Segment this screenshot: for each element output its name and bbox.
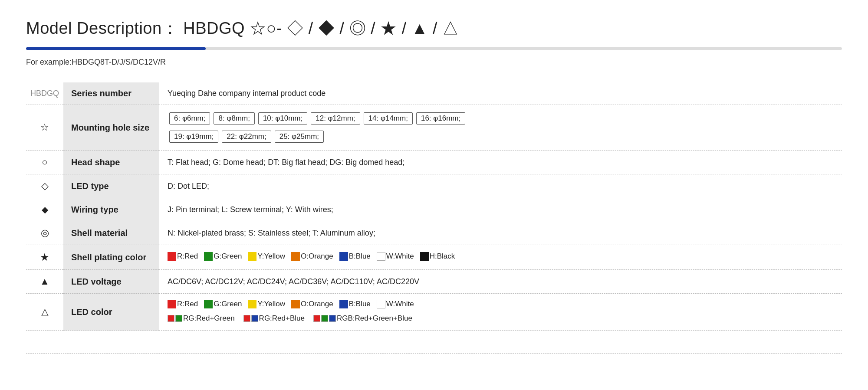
- hole-size: 10: φ10mm;: [258, 112, 307, 125]
- color-option: W:White: [377, 252, 414, 261]
- row-value: Yueqing Dahe company internal product co…: [159, 82, 842, 105]
- row-label: Mounting hole size: [63, 105, 159, 151]
- row-label: Shell material: [63, 221, 159, 245]
- color-swatch: [420, 252, 429, 261]
- row-label: LED color: [63, 294, 159, 331]
- color-swatch: [313, 315, 320, 322]
- circle-double-icon: ◎: [26, 221, 63, 245]
- color-swatch: [248, 252, 256, 261]
- row-label: LED type: [63, 174, 159, 198]
- table-row: ▲ LED voltage AC/DC6V; AC/DC12V; AC/DC24…: [26, 270, 842, 294]
- row-value: J: Pin terminal; L: Screw terminal; Y: W…: [159, 198, 842, 221]
- row-label: Shell plating color: [63, 245, 159, 270]
- color-swatch: [251, 315, 258, 322]
- table-row-colors-plating: ★ Shell plating color R:Red G:Green Y:Ye…: [26, 245, 842, 270]
- triangle-solid-icon: ▲: [26, 270, 63, 294]
- row-label: Series number: [63, 82, 159, 105]
- color-swatch: [204, 252, 213, 261]
- color-swatch: [243, 315, 250, 322]
- color-option: Y:Yellow: [248, 252, 285, 261]
- color-combo-option: RGB:Red+Green+Blue: [313, 314, 412, 323]
- progress-bar-container: [26, 47, 842, 50]
- color-option: G:Green: [204, 252, 242, 261]
- table-row: ◎ Shell material N: Nickel-plated brass;…: [26, 221, 842, 245]
- color-option: O:Orange: [291, 252, 333, 261]
- color-option: H:Black: [420, 252, 455, 261]
- color-option: R:Red: [168, 252, 198, 261]
- table-row: ◇ LED type D: Dot LED;: [26, 174, 842, 198]
- color-option: O:Orange: [291, 300, 333, 308]
- color-option: G:Green: [204, 300, 242, 308]
- hole-size: 14: φ14mm;: [364, 112, 413, 125]
- hole-size: 25: φ25mm;: [275, 131, 324, 143]
- color-swatch: [339, 300, 348, 308]
- color-swatch: [291, 300, 300, 308]
- triangle-outline-icon: △: [26, 294, 63, 331]
- hole-size: 8: φ8mm;: [214, 112, 254, 125]
- color-swatch: [321, 315, 328, 322]
- row-label: LED voltage: [63, 270, 159, 294]
- hole-size: 19: φ19mm;: [169, 131, 218, 143]
- progress-bar-fill: [26, 47, 206, 50]
- star-solid-icon: ★: [26, 245, 63, 270]
- row-value: R:Red G:Green Y:Yellow O:Orange B:Blue W…: [159, 294, 842, 331]
- table-row: ◆ Wiring type J: Pin terminal; L: Screw …: [26, 198, 842, 221]
- color-option: B:Blue: [339, 300, 371, 308]
- table-row: ○ Head shape T: Flat head; G: Dome head;…: [26, 151, 842, 174]
- color-swatch: [339, 252, 348, 261]
- hole-size: 6: φ6mm;: [169, 112, 210, 125]
- color-swatch: [291, 252, 300, 261]
- row-value: 6: φ6mm;8: φ8mm;10: φ10mm;12: φ12mm;14: …: [159, 105, 842, 151]
- table-row-colors-led: △ LED color R:Red G:Green Y:Yellow O:Ora…: [26, 294, 842, 331]
- row-value: AC/DC6V; AC/DC12V; AC/DC24V; AC/DC36V; A…: [159, 270, 842, 294]
- table-row: HBDGQ Series number Yueqing Dahe company…: [26, 82, 842, 105]
- table-row-holes: ☆ Mounting hole size 6: φ6mm;8: φ8mm;10:…: [26, 105, 842, 151]
- color-option: Y:Yellow: [248, 300, 285, 308]
- hole-size: 12: φ12mm;: [311, 112, 360, 125]
- page-title: Model Description： HBDGQ ☆○- ◇ / ◆ / ◎ /…: [26, 17, 842, 39]
- color-swatch: [204, 300, 213, 308]
- star-outline-icon: HBDGQ: [26, 82, 63, 105]
- diamond-outline-icon: ◇: [26, 174, 63, 198]
- hole-size: 16: φ16mm;: [416, 112, 465, 125]
- color-option: R:Red: [168, 300, 198, 308]
- model-description-table: HBDGQ Series number Yueqing Dahe company…: [26, 82, 842, 331]
- color-swatch: [168, 315, 174, 322]
- color-swatch: [248, 300, 256, 308]
- example-text: For example:HBDGQ8T-D/J/S/DC12V/R: [26, 58, 842, 67]
- color-combo-option: RG:Red+Blue: [243, 314, 305, 323]
- color-option: W:White: [377, 300, 414, 308]
- row-value: N: Nickel-plated brass; S: Stainless ste…: [159, 221, 842, 245]
- color-swatch: [377, 300, 385, 308]
- circle-outline-icon: ○: [26, 151, 63, 174]
- color-swatch: [377, 252, 385, 261]
- star-outline-icon: ☆: [26, 105, 63, 151]
- hole-size: 22: φ22mm;: [222, 131, 271, 143]
- row-value: D: Dot LED;: [159, 174, 842, 198]
- row-label: Wiring type: [63, 198, 159, 221]
- diamond-solid-icon: ◆: [26, 198, 63, 221]
- row-label: Head shape: [63, 151, 159, 174]
- row-value: T: Flat head; G: Dome head; DT: Big flat…: [159, 151, 842, 174]
- color-combo-option: RG:Red+Green: [168, 314, 235, 323]
- color-swatch: [175, 315, 182, 322]
- color-swatch: [168, 300, 176, 308]
- color-swatch: [168, 252, 176, 261]
- color-option: B:Blue: [339, 252, 371, 261]
- row-value: R:Red G:Green Y:Yellow O:Orange B:Blue W…: [159, 245, 842, 270]
- color-swatch: [329, 315, 336, 322]
